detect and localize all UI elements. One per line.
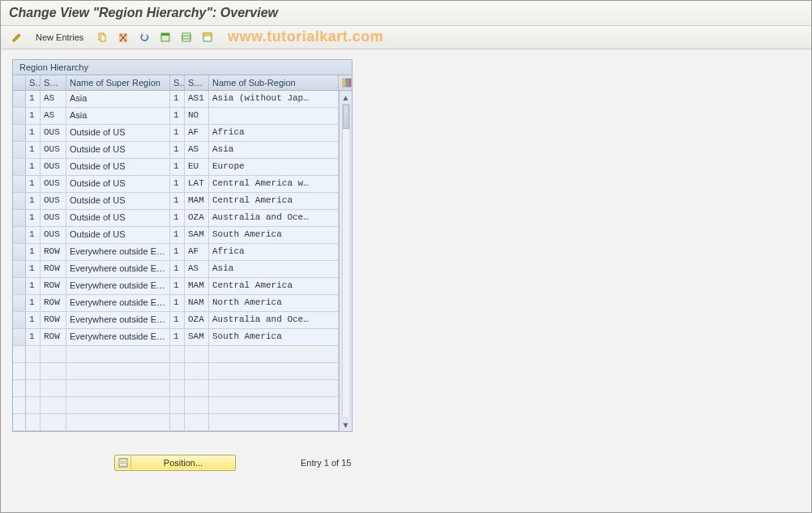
cell-s1[interactable]: 1 [26,159,41,175]
cell-name-sub-region[interactable]: Asia [209,142,339,158]
cell-name-super-region[interactable] [66,380,170,396]
table-row[interactable]: 1ROWEverywhere outside Euro…1MAMCentral … [13,278,339,295]
table-row[interactable] [13,397,339,414]
row-selector[interactable] [13,380,26,396]
table-row[interactable] [13,414,339,431]
configure-columns-icon[interactable] [339,75,352,90]
table-row[interactable]: 1OUSOutside of US1LATCentral America w… [13,176,339,193]
cell-su1[interactable]: OUS [41,210,66,226]
cell-s1[interactable] [26,380,41,396]
copy-icon[interactable] [94,29,110,45]
cell-s2[interactable]: 1 [170,210,185,226]
table-row[interactable]: 1OUSOutside of US1OZAAustralia and Oce… [13,210,339,227]
cell-name-sub-region[interactable] [209,108,339,124]
cell-name-super-region[interactable]: Everywhere outside Euro… [66,312,170,328]
cell-s1[interactable]: 1 [26,312,41,328]
cell-name-sub-region[interactable] [209,397,339,413]
cell-su2[interactable]: AF [185,244,209,260]
cell-s2[interactable]: 1 [170,125,185,141]
cell-su1[interactable]: ROW [41,312,66,328]
row-selector[interactable] [13,261,26,277]
cell-name-sub-region[interactable]: Africa [209,244,339,260]
row-selector[interactable] [13,91,26,107]
cell-su1[interactable]: AS [41,91,66,107]
cell-name-super-region[interactable] [66,397,170,413]
cell-s2[interactable]: 1 [170,91,185,107]
cell-name-super-region[interactable] [66,346,170,362]
cell-name-super-region[interactable]: Outside of US [66,159,170,175]
cell-s2[interactable]: 1 [170,159,185,175]
delete-icon[interactable] [115,29,131,45]
cell-s1[interactable]: 1 [26,193,41,209]
cell-s1[interactable]: 1 [26,108,41,124]
cell-s1[interactable]: 1 [26,261,41,277]
cell-s1[interactable]: 1 [26,244,41,260]
row-selector[interactable] [13,346,26,362]
cell-name-sub-region[interactable] [209,414,339,430]
cell-su2[interactable]: NAM [185,295,209,311]
cell-su1[interactable]: OUS [41,176,66,192]
cell-su2[interactable]: AS [185,142,209,158]
cell-su1[interactable]: OUS [41,193,66,209]
cell-su2[interactable]: NO [185,108,209,124]
cell-s2[interactable]: 1 [170,244,185,260]
row-selector[interactable] [13,397,26,413]
cell-name-super-region[interactable]: Outside of US [66,193,170,209]
cell-name-sub-region[interactable]: Central America [209,278,339,294]
cell-s2[interactable]: 1 [170,108,185,124]
cell-s1[interactable]: 1 [26,142,41,158]
cell-name-super-region[interactable]: Everywhere outside Euro… [66,295,170,311]
cell-name-super-region[interactable] [66,414,170,430]
row-selector[interactable] [13,142,26,158]
column-su1[interactable]: Su… [41,75,66,90]
cell-name-sub-region[interactable]: Central America [209,193,339,209]
cell-name-super-region[interactable]: Asia [66,91,170,107]
table-row[interactable]: 1ROWEverywhere outside Euro…1ASAsia [13,261,339,278]
cell-name-super-region[interactable]: Outside of US [66,210,170,226]
cell-su2[interactable]: AS1 [185,91,209,107]
cell-name-sub-region[interactable] [209,346,339,362]
cell-su2[interactable]: LAT [185,176,209,192]
column-s1[interactable]: S.. [26,75,41,90]
table-row[interactable] [13,363,339,380]
cell-su1[interactable]: OUS [41,142,66,158]
cell-s2[interactable]: 1 [170,176,185,192]
pencil-icon[interactable] [9,29,25,45]
cell-su1[interactable]: OUS [41,227,66,243]
cell-su1[interactable]: ROW [41,329,66,345]
cell-s1[interactable]: 1 [26,125,41,141]
cell-s1[interactable] [26,363,41,379]
cell-su2[interactable]: SAM [185,329,209,345]
position-button[interactable]: Position... [114,455,236,471]
table-row[interactable]: 1ROWEverywhere outside Euro…1AFAfrica [13,244,339,261]
cell-su2[interactable]: OZA [185,312,209,328]
scroll-thumb[interactable] [343,105,349,129]
cell-name-sub-region[interactable]: Australia and Oce… [209,312,339,328]
table-row[interactable]: 1ROWEverywhere outside Euro…1OZAAustrali… [13,312,339,329]
cell-s2[interactable]: 1 [170,329,185,345]
table-row[interactable]: 1ROWEverywhere outside Euro…1SAMSouth Am… [13,329,339,346]
cell-s1[interactable]: 1 [26,278,41,294]
column-s2[interactable]: S.. [170,75,185,90]
table-row[interactable]: 1OUSOutside of US1MAMCentral America [13,193,339,210]
cell-s1[interactable] [26,397,41,413]
cell-name-super-region[interactable]: Everywhere outside Euro… [66,329,170,345]
cell-name-sub-region[interactable]: North America [209,295,339,311]
cell-name-sub-region[interactable]: Africa [209,125,339,141]
new-entries-button[interactable]: New Entries [30,30,89,45]
cell-name-sub-region[interactable]: South America [209,227,339,243]
row-selector[interactable] [13,125,26,141]
row-selector[interactable] [13,159,26,175]
cell-s2[interactable]: 1 [170,261,185,277]
cell-name-super-region[interactable]: Outside of US [66,176,170,192]
cell-su2[interactable] [185,397,209,413]
cell-su2[interactable]: SAM [185,227,209,243]
cell-name-sub-region[interactable]: Asia (without Jap… [209,91,339,107]
cell-su1[interactable]: ROW [41,261,66,277]
row-selector[interactable] [13,278,26,294]
cell-su2[interactable]: AF [185,125,209,141]
cell-su2[interactable]: OZA [185,210,209,226]
vertical-scrollbar[interactable]: ▲ ▼ [339,91,352,431]
row-selector[interactable] [13,363,26,379]
row-selector[interactable] [13,414,26,430]
